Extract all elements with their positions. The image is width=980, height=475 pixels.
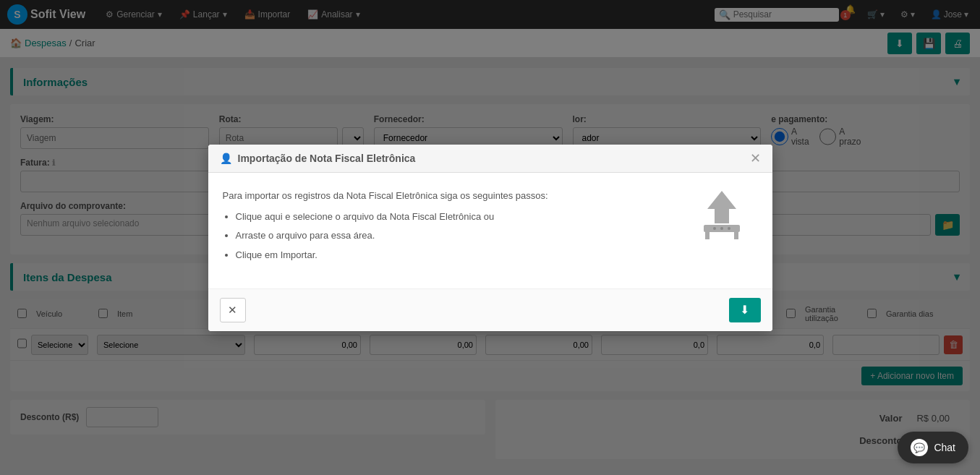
chat-label: Chat: [934, 442, 955, 453]
modal-title: 👤 Importação de Nota Fiscal Eletrônica: [220, 153, 416, 164]
upload-area[interactable]: [686, 187, 758, 245]
svg-rect-2: [705, 232, 710, 239]
modal-overlay[interactable]: 👤 Importação de Nota Fiscal Eletrônica ✕…: [0, 0, 980, 475]
instructions-list: Clique aqui e selecione o arquivo da Not…: [236, 208, 671, 263]
svg-rect-3: [734, 232, 738, 239]
instruction-3: Clique em Importar.: [236, 247, 671, 263]
upload-svg-icon: [693, 187, 751, 245]
modal-instructions: Para importar os registros da Nota Fisca…: [223, 187, 671, 266]
modal-importacao: 👤 Importação de Nota Fiscal Eletrônica ✕…: [208, 145, 772, 331]
user-modal-icon: 👤: [220, 153, 232, 164]
modal-header: 👤 Importação de Nota Fiscal Eletrônica ✕: [208, 145, 772, 173]
instructions-intro: Para importar os registros da Nota Fisca…: [223, 187, 671, 204]
modal-cancel-button[interactable]: ✕: [220, 298, 246, 322]
modal-close-button[interactable]: ✕: [750, 152, 761, 165]
modal-body: Para importar os registros da Nota Fisca…: [208, 173, 772, 288]
instruction-2: Arraste o arquivo para essa área.: [236, 227, 671, 244]
svg-point-6: [728, 227, 730, 230]
chat-button[interactable]: 💬 Chat: [898, 432, 968, 463]
chat-icon: 💬: [911, 439, 928, 456]
svg-marker-0: [707, 191, 736, 223]
modal-import-button[interactable]: ⬇: [729, 298, 761, 322]
svg-point-5: [720, 227, 723, 230]
svg-point-4: [713, 227, 716, 230]
instruction-1: Clique aqui e selecione o arquivo da Not…: [236, 208, 671, 225]
modal-footer: ✕ ⬇: [208, 288, 772, 331]
